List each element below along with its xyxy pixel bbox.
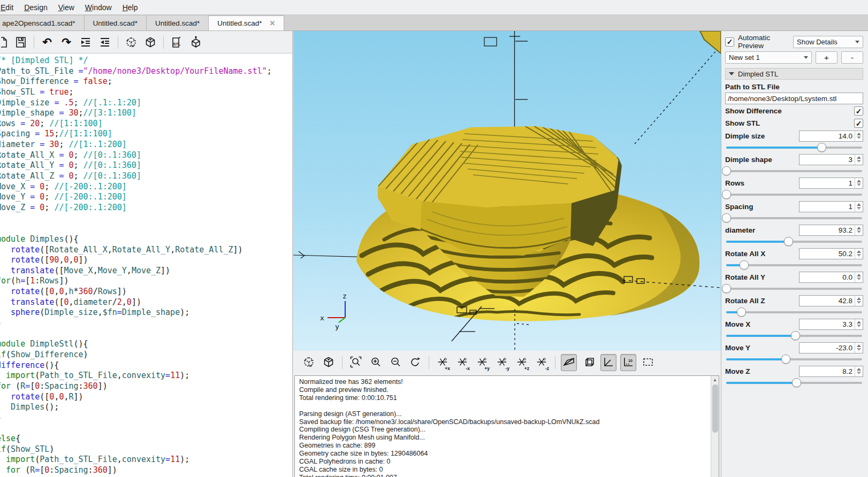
- preview-button[interactable]: »: [301, 354, 317, 371]
- details-dropdown[interactable]: Show Details: [793, 36, 863, 48]
- 3d-viewport[interactable]: z x y: [293, 31, 721, 351]
- rotate-all-y-slider[interactable]: [725, 283, 863, 294]
- tab-2[interactable]: Untitled.scad*: [147, 15, 209, 30]
- spinbox-arrows-icon[interactable]: [855, 178, 863, 188]
- slider-handle[interactable]: [722, 213, 731, 222]
- undo-button[interactable]: ↶: [39, 34, 55, 50]
- tab-0[interactable]: ape2Openscad1.scad*: [0, 15, 85, 30]
- menu-item-design[interactable]: Design: [19, 1, 53, 14]
- render-button[interactable]: [142, 34, 158, 50]
- spin-up-icon[interactable]: [857, 250, 861, 253]
- spinbox-arrows-icon[interactable]: [855, 319, 863, 329]
- zoom-in-button[interactable]: [368, 354, 384, 371]
- rotate-all-y-spinbox[interactable]: 0.0: [799, 272, 863, 283]
- diameter-slider[interactable]: [725, 236, 863, 247]
- spin-down-icon[interactable]: [857, 160, 861, 163]
- redo-button[interactable]: ↷: [58, 34, 74, 50]
- dimple-shape-slider[interactable]: [725, 166, 863, 176]
- spin-down-icon[interactable]: [857, 278, 861, 280]
- move-x-slider[interactable]: [725, 330, 863, 341]
- show-difference-checkbox[interactable]: ✓: [854, 106, 863, 116]
- dimple-size-spinbox[interactable]: 14.0: [799, 130, 863, 142]
- menu-item-help[interactable]: Help: [117, 1, 143, 14]
- code-editor[interactable]: /* [Dimpled STL] */Path_to_STL_File ="/h…: [0, 53, 292, 477]
- spin-up-icon[interactable]: [857, 297, 861, 300]
- spinbox-arrows-icon[interactable]: [855, 249, 863, 259]
- render-button[interactable]: [321, 354, 337, 371]
- spinbox-arrows-icon[interactable]: [855, 202, 863, 212]
- add-preset-button[interactable]: +: [816, 51, 837, 64]
- scroll-up-icon[interactable]: ▲: [711, 376, 719, 384]
- spin-up-icon[interactable]: [857, 274, 861, 276]
- slider-handle[interactable]: [740, 260, 749, 270]
- spin-down-icon[interactable]: [857, 230, 861, 233]
- spin-down-icon[interactable]: [857, 254, 861, 257]
- console-scrollbar[interactable]: ▲: [711, 376, 719, 477]
- slider-handle[interactable]: [722, 166, 731, 175]
- spin-up-icon[interactable]: [857, 344, 861, 347]
- rotate-all-z-slider[interactable]: [725, 307, 863, 317]
- spacing-spinbox[interactable]: 1: [799, 201, 863, 212]
- zoom-out-button[interactable]: [387, 354, 403, 371]
- rows-spinbox[interactable]: 1: [799, 178, 863, 189]
- scrollbar-thumb[interactable]: [712, 384, 718, 433]
- menu-item-edit[interactable]: Edit: [0, 1, 19, 14]
- show-scale-markers-button[interactable]: 10: [620, 354, 636, 371]
- tab-close-icon[interactable]: ✕: [270, 19, 276, 27]
- spinbox-arrows-icon[interactable]: [855, 366, 863, 376]
- orthogonal-button[interactable]: [581, 354, 597, 371]
- spinbox-arrows-icon[interactable]: [855, 343, 863, 353]
- view-all-button[interactable]: [188, 34, 204, 50]
- rotate-all-x-spinbox[interactable]: 50.2: [799, 248, 863, 259]
- view-plusminus-x-button[interactable]: +x: [435, 354, 451, 371]
- spin-up-icon[interactable]: [857, 368, 861, 371]
- group-header-dimpled-stl[interactable]: Dimpled STL: [725, 68, 863, 80]
- view-plusminus-z-button[interactable]: +z: [514, 354, 530, 371]
- new-file-button[interactable]: [1, 34, 10, 50]
- move-y-slider[interactable]: [725, 354, 863, 364]
- spin-up-icon[interactable]: [857, 227, 861, 229]
- rotate-all-z-spinbox[interactable]: 42.8: [799, 295, 863, 306]
- spin-up-icon[interactable]: [857, 133, 861, 135]
- spin-down-icon[interactable]: [857, 207, 861, 210]
- spacing-slider[interactable]: [725, 213, 863, 223]
- spin-up-icon[interactable]: [857, 156, 861, 159]
- rows-slider[interactable]: [725, 189, 863, 199]
- indent-button[interactable]: [97, 34, 113, 50]
- save-button[interactable]: [13, 34, 29, 50]
- slider-handle[interactable]: [791, 331, 800, 340]
- path-to-stl-input[interactable]: /home/none3/Desktop/Lsystem.stl: [725, 93, 863, 104]
- remove-preset-button[interactable]: -: [841, 51, 863, 64]
- slider-handle[interactable]: [737, 307, 746, 317]
- spin-down-icon[interactable]: [857, 348, 861, 351]
- slider-handle[interactable]: [781, 355, 790, 364]
- spin-down-icon[interactable]: [857, 136, 861, 139]
- preset-dropdown[interactable]: New set 1: [725, 51, 812, 64]
- move-z-spinbox[interactable]: 8.2: [799, 366, 863, 377]
- view-plusminus-y-button[interactable]: +y: [474, 354, 490, 371]
- view-all-button[interactable]: [640, 354, 656, 371]
- menu-item-window[interactable]: Window: [80, 1, 117, 14]
- perspective-button[interactable]: [561, 354, 577, 371]
- spin-down-icon[interactable]: [857, 372, 861, 374]
- dimple-size-slider[interactable]: [725, 142, 863, 152]
- spinbox-arrows-icon[interactable]: [855, 131, 863, 141]
- automatic-preview-checkbox[interactable]: ✓: [725, 37, 734, 47]
- slider-handle[interactable]: [722, 190, 731, 199]
- show-stl-checkbox[interactable]: ✓: [854, 119, 863, 128]
- move-z-slider[interactable]: [725, 378, 863, 388]
- spinbox-arrows-icon[interactable]: [855, 296, 863, 306]
- move-x-spinbox[interactable]: 3.3: [799, 319, 863, 330]
- spin-down-icon[interactable]: [857, 325, 861, 327]
- spinbox-arrows-icon[interactable]: [855, 225, 863, 235]
- rotate-all-x-slider[interactable]: [725, 260, 863, 270]
- menu-item-view[interactable]: View: [53, 1, 80, 14]
- unindent-button[interactable]: [78, 34, 94, 50]
- view-minus-z-button[interactable]: -z: [534, 354, 550, 371]
- preview-button[interactable]: »: [123, 34, 139, 50]
- tab-3[interactable]: Untitled.scad*✕: [209, 15, 284, 30]
- slider-handle[interactable]: [792, 378, 801, 387]
- spin-up-icon[interactable]: [857, 180, 861, 182]
- spin-down-icon[interactable]: [857, 183, 861, 186]
- move-y-spinbox[interactable]: -23.0: [799, 342, 863, 353]
